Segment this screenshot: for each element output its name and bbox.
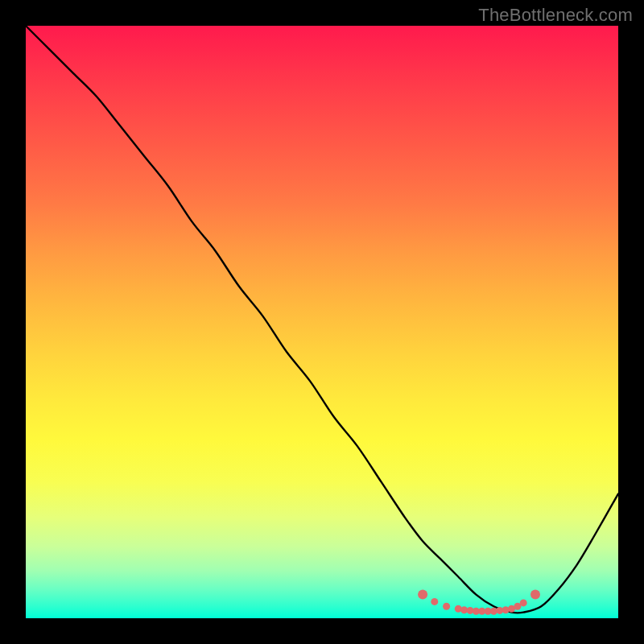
bottleneck-curve (26, 26, 618, 613)
highlight-dot (530, 590, 540, 600)
highlight-dot (443, 603, 450, 610)
highlight-dot (520, 599, 527, 606)
highlight-dot (418, 590, 427, 600)
chart-frame: TheBottleneck.com (0, 0, 644, 644)
highlight-dot (431, 598, 438, 605)
watermark-text: TheBottleneck.com (478, 5, 633, 26)
highlight-dot-group (418, 590, 540, 615)
curve-layer (26, 26, 618, 618)
plot-area (26, 26, 618, 618)
